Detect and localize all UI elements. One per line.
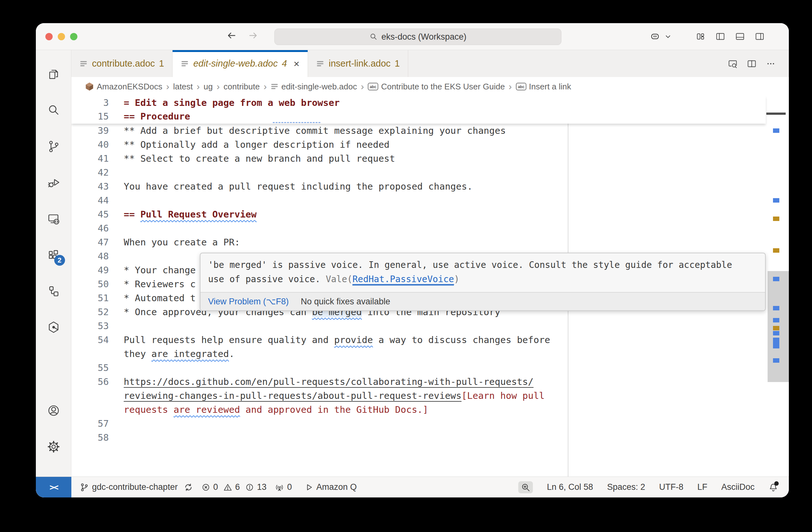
code-line-wrap-19[interactable]: reviewing-changes-in-pull-requests/about…: [71, 389, 766, 403]
code-line-54[interactable]: 54Pull requests help ensure quality and …: [71, 333, 766, 347]
code-line-41[interactable]: 41** Select to create a new branch and p…: [71, 151, 766, 165]
problems-status-item[interactable]: 0 6 13: [201, 482, 266, 492]
code-line-45[interactable]: 45== Pull Request Overview: [71, 207, 766, 221]
command-center-search[interactable]: eks-docs (Workspace): [274, 29, 562, 45]
code-line-43[interactable]: 43You have created a pull request includ…: [71, 179, 766, 193]
chevron-right-icon: ›: [359, 81, 365, 92]
code-line-39[interactable]: 39** Add a brief but descriptive commit …: [71, 124, 766, 137]
cursor-position-item[interactable]: Ln 6, Col 58: [547, 482, 593, 492]
amazon-q-status-item[interactable]: Amazon Q: [304, 482, 357, 492]
ports-status-item[interactable]: 0: [275, 482, 292, 492]
close-window-button[interactable]: [45, 33, 53, 40]
error-icon: [201, 483, 210, 492]
forward-button[interactable]: [248, 30, 261, 43]
zoom-indicator[interactable]: [518, 481, 533, 493]
encoding-item[interactable]: UTF-8: [659, 482, 683, 492]
warning-icon: [223, 483, 232, 492]
activity-bar-item-source-control[interactable]: [43, 131, 64, 162]
branch-status-item[interactable]: gdc-contribute-chapter: [79, 482, 193, 492]
toggle-primary-sidebar-button[interactable]: [713, 29, 727, 43]
tab-problem-count: 1: [395, 58, 400, 69]
copilot-icon[interactable]: [648, 29, 662, 43]
line-number: 40: [71, 137, 109, 151]
notifications-bell[interactable]: [769, 483, 778, 492]
line-number: 51: [71, 291, 109, 305]
activity-bar-item-remote-explorer[interactable]: [43, 204, 64, 234]
line-number: 47: [71, 235, 109, 249]
code-line-wrap-16[interactable]: they are integrated.: [71, 347, 766, 361]
vale-source-prefix: Vale(: [326, 274, 352, 284]
tab-contribute.adoc[interactable]: contribute.adoc 1: [71, 50, 173, 77]
code-line-42[interactable]: 42: [71, 165, 766, 179]
vale-rule-link[interactable]: RedHat.PassiveVoice: [352, 274, 454, 286]
code-line-40[interactable]: 40** Optionally add a longer description…: [71, 137, 766, 151]
code-line-wrap-20[interactable]: requests are reviewed and approved in th…: [71, 403, 766, 417]
remote-indicator[interactable]: ><: [36, 477, 71, 498]
code-line-44[interactable]: 44: [71, 193, 766, 207]
minimize-window-button[interactable]: [58, 33, 65, 40]
breadcrumb-item[interactable]: AmazonEKSDocs: [85, 82, 162, 92]
sync-icon[interactable]: [184, 483, 193, 492]
breadcrumb-item[interactable]: edit-single-web.adoc: [271, 82, 357, 92]
open-preview-button[interactable]: [727, 58, 738, 69]
code-line-46[interactable]: 46: [71, 221, 766, 235]
problem-hover-tooltip: 'be merged' is passive voice. In general…: [200, 253, 766, 311]
activity-bar-item-search[interactable]: [43, 95, 64, 125]
accounts-icon: [47, 403, 61, 417]
svg-text:abc: abc: [370, 85, 377, 89]
code-line-55[interactable]: 55: [71, 361, 766, 375]
activity-bar-item-extensions[interactable]: 2: [43, 240, 64, 270]
split-editor-button[interactable]: [746, 58, 757, 69]
chevron-down-icon[interactable]: [665, 33, 671, 40]
tab-insert-link.adoc[interactable]: insert-link.adoc 1: [308, 50, 408, 77]
line-number: [71, 403, 109, 417]
warning-marker: [773, 326, 779, 330]
vale-source-suffix: ): [454, 274, 459, 284]
code-line-53[interactable]: 53: [71, 319, 766, 333]
code-line-15[interactable]: 15== Procedure: [71, 110, 766, 123]
language-mode-item[interactable]: AsciiDoc: [721, 482, 755, 492]
run-debug-icon: [47, 176, 61, 190]
more-actions-button[interactable]: [765, 58, 776, 69]
code-line-47[interactable]: 47When you create a PR:: [71, 235, 766, 249]
line-number: 44: [71, 193, 109, 207]
breadcrumb-item[interactable]: latest: [173, 82, 193, 92]
breadcrumb-item[interactable]: abcInsert a link: [516, 82, 571, 92]
eol-item[interactable]: LF: [697, 482, 707, 492]
code-line-3[interactable]: 3= Edit a single page from a web browser: [71, 96, 766, 110]
sticky-scroll[interactable]: 3= Edit a single page from a web browser…: [71, 96, 766, 124]
close-icon[interactable]: ×: [294, 59, 300, 69]
editor-pane[interactable]: 39** Add a brief but descriptive commit …: [71, 96, 789, 476]
toggle-secondary-sidebar-button[interactable]: [753, 29, 767, 43]
breadcrumb-item[interactable]: contribute: [223, 82, 260, 92]
chevron-right-icon: ›: [262, 81, 268, 92]
activity-bar-item-run-debug[interactable]: [43, 167, 64, 198]
activity-bar-item-accounts[interactable]: [43, 395, 64, 426]
code-line-58[interactable]: 58: [71, 431, 766, 444]
code-line-56[interactable]: 56https://docs.github.com/en/pull-reques…: [71, 375, 766, 389]
remote-icon: ><: [49, 483, 57, 492]
activity-bar-item-references[interactable]: [43, 276, 64, 306]
package-icon: [85, 82, 94, 91]
line-number: [71, 389, 109, 403]
view-problem-link[interactable]: View Problem (⌥F8): [208, 296, 289, 307]
tab-edit-single-web.adoc[interactable]: edit-single-web.adoc 4×: [173, 50, 308, 77]
maximize-window-button[interactable]: [70, 33, 77, 40]
activity-bar-item-explorer[interactable]: [43, 59, 64, 89]
breadcrumb-item[interactable]: abcContribute to the EKS User Guide: [368, 82, 505, 92]
line-number: 15: [71, 110, 109, 123]
adoc-file-icon: [271, 83, 279, 91]
code-line-57[interactable]: 57: [71, 417, 766, 431]
vscode-window: eks-docs (Workspace) 2 contribute.adoc 1…: [36, 23, 789, 498]
activity-bar-item-amazon-q[interactable]: [43, 312, 64, 342]
info-marker: [773, 358, 779, 363]
customize-layout-button[interactable]: [694, 29, 708, 43]
back-button[interactable]: [226, 30, 240, 43]
overview-ruler-scrollbar[interactable]: [766, 96, 789, 476]
breadcrumb-item[interactable]: ug: [204, 82, 213, 92]
scroll-shadow-line: [766, 113, 786, 115]
indentation-item[interactable]: Spaces: 2: [607, 482, 645, 492]
toggle-panel-button[interactable]: [733, 29, 747, 43]
info-marker: [773, 129, 779, 133]
activity-bar-item-settings[interactable]: [43, 431, 64, 462]
